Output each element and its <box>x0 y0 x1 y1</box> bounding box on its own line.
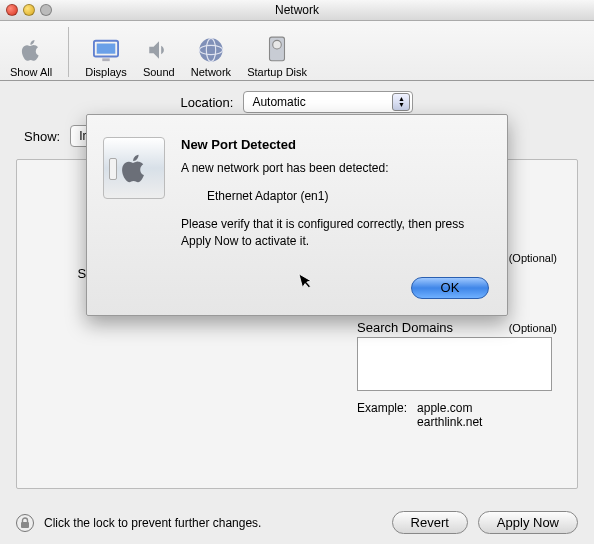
toolbar-sound[interactable]: Sound <box>143 23 175 80</box>
ok-button[interactable]: OK <box>411 277 489 299</box>
toolbar-label: Sound <box>143 66 175 78</box>
example-label: Example: <box>357 401 407 429</box>
toolbar-network[interactable]: Network <box>191 23 231 80</box>
example-value: apple.com <box>417 401 482 415</box>
lock-text: Click the lock to prevent further change… <box>44 516 261 530</box>
svg-point-3 <box>199 38 222 61</box>
toolbar-displays[interactable]: Displays <box>85 23 127 80</box>
speaker-icon <box>143 34 175 66</box>
dialog-app-icon <box>103 137 165 199</box>
location-value: Automatic <box>252 95 305 109</box>
new-port-dialog: New Port Detected A new network port has… <box>86 114 508 316</box>
optional-label: (Optional) <box>509 252 557 264</box>
dialog-line1: A new network port has been detected: <box>181 160 487 176</box>
revert-button[interactable]: Revert <box>392 511 468 534</box>
svg-rect-8 <box>21 522 29 528</box>
window-titlebar: Network <box>0 0 594 21</box>
toolbar-label: Network <box>191 66 231 78</box>
dialog-line2: Please verify that it is configured corr… <box>181 216 487 248</box>
toolbar-show-all[interactable]: Show All <box>10 23 52 80</box>
dialog-title: New Port Detected <box>181 137 487 152</box>
toolbar-separator <box>68 27 69 77</box>
toolbar: Show All Displays Sound Network Startup … <box>0 21 594 81</box>
lock-icon[interactable] <box>16 514 34 532</box>
location-popup[interactable]: Automatic ▲▼ <box>243 91 413 113</box>
svg-rect-1 <box>97 44 116 54</box>
search-domains-label: Search Domains <box>357 320 453 335</box>
svg-rect-2 <box>102 58 109 61</box>
footer: Click the lock to prevent further change… <box>0 511 594 534</box>
location-label: Location: <box>181 95 234 110</box>
example-value: earthlink.net <box>417 415 482 429</box>
search-domains-header: Search Domains (Optional) <box>357 320 557 335</box>
dialog-port-name: Ethernet Adaptor (en1) <box>181 188 487 204</box>
svg-point-7 <box>273 40 282 49</box>
toolbar-startup-disk[interactable]: Startup Disk <box>247 23 307 80</box>
display-icon <box>90 34 122 66</box>
optional-label: (Optional) <box>509 322 557 334</box>
window-title: Network <box>0 3 594 17</box>
chevron-up-down-icon: ▲▼ <box>392 93 410 111</box>
toolbar-label: Show All <box>10 66 52 78</box>
location-row: Location: Automatic ▲▼ <box>16 91 578 113</box>
apply-now-button[interactable]: Apply Now <box>478 511 578 534</box>
toolbar-label: Displays <box>85 66 127 78</box>
search-domains-input[interactable] <box>357 337 552 391</box>
disk-icon <box>261 34 293 66</box>
example-row: Example: apple.com earthlink.net <box>357 401 557 429</box>
apple-logo-icon <box>15 34 47 66</box>
toolbar-label: Startup Disk <box>247 66 307 78</box>
globe-icon <box>195 34 227 66</box>
show-label: Show: <box>24 129 60 144</box>
